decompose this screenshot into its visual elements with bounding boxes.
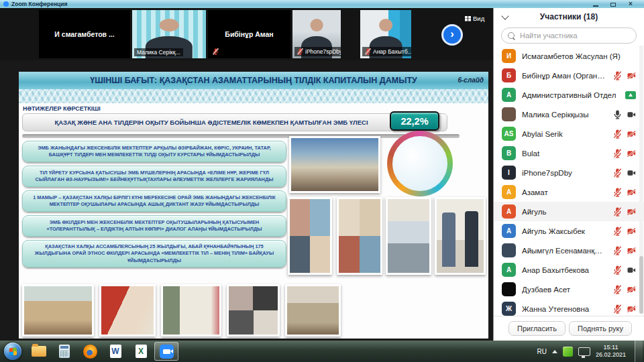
participant-row[interactable]: Б Бибінұр Аман (Организатор) [494,66,644,85]
folder-icon [32,346,46,357]
search-input[interactable] [519,31,630,40]
photo-bottom-2 [99,284,156,337]
participant-name: Айгуль Жаксыбек [522,227,607,235]
participant-name-centered: И смагамбетов ... [39,10,130,58]
next-page-arrow-button[interactable] [441,24,463,46]
participant-status-icons [625,91,636,99]
participant-name: Исмагамбетов Жасулан (Я) [522,52,630,60]
muted-mic-icon [613,227,622,236]
video-tile[interactable]: И смагамбетов ... [39,10,130,58]
video-off-icon [627,207,636,217]
participant-row[interactable]: AS Abylai Serik [494,124,644,143]
tray-app-icon[interactable] [563,347,573,357]
kpi-text: ҚАЗАҚ ЖӘНЕ АНА ТІЛДЕРІН ОҚЫТУ БОЙЫНША ӘД… [54,119,368,126]
participant-row[interactable]: А Айгуль [494,202,644,221]
video-off-icon [627,71,636,80]
muted-mic-icon [613,265,622,275]
avatar [502,107,516,121]
tile-name-label [41,55,46,56]
participant-status-icons [613,207,636,217]
view-button-label: Вид [473,15,484,22]
avatar: B [502,146,516,160]
avatar [502,243,516,257]
participant-row[interactable]: Дузбаев Асет [494,280,644,299]
participant-row[interactable]: А Айгуль Жаксыбек [494,221,644,241]
taskbar-calculator[interactable] [52,342,76,361]
participant-row[interactable]: А Азамат [494,182,644,202]
video-tile[interactable]: Бибінұр Аман [208,10,290,58]
video-tile[interactable]: Малика Серікқ... [132,10,206,58]
participant-status-icons [613,265,636,275]
slide-title-band: ҮШІНШІ БАҒЫТ: ҚАЗАҚСТАН АЗАМАТТАРЫНЫҢ ТІ… [19,72,488,89]
participant-search-box[interactable] [501,27,637,44]
avatar: А [502,224,516,238]
taskbar-excel[interactable] [129,342,153,361]
participant-status-icons [613,71,636,80]
participant-status-icons [613,246,636,255]
participant-status-icons [613,304,636,314]
video-tile[interactable]: Анар Бахытб... [360,10,411,58]
language-indicator[interactable]: RU [537,348,547,355]
taskbar-word[interactable] [103,342,127,361]
windows-taskbar: RU 15:11 26.02.2021 [0,341,644,362]
avatar: А [502,263,516,277]
tray-time: 15:11 [596,344,626,351]
tile-name-label: Анар Бахытб... [362,47,411,56]
taskbar-file-explorer[interactable] [27,342,51,361]
tile-name-label: Малика Серікқ... [134,48,183,56]
participant-row[interactable]: А Анар Бахытбекова [494,260,644,280]
raise-hand-button[interactable]: Поднять руку [569,321,632,336]
participant-name: Жанна Утегеновна [522,305,607,313]
invite-button[interactable]: Пригласить [508,321,566,336]
avatar: И [502,49,516,63]
kpi-value-badge: 22,2% [390,111,439,131]
participant-row[interactable]: Малика Серікқызы [494,105,644,124]
windows-logo-icon [9,347,17,355]
scrollbar-thumb[interactable] [639,256,643,314]
photo-bottom-5 [285,284,341,337]
participant-name: Анар Бахытбекова [522,266,607,274]
taskbar-zoom-active[interactable] [154,342,178,361]
photo-collage-1 [288,197,332,275]
kpi-bar: ҚАЗАҚ ЖӘНЕ АНА ТІЛДЕРІН ОҚЫТУ БОЙЫНША ӘД… [22,113,447,131]
photo-bottom-4 [227,284,280,337]
display-icon[interactable] [578,347,590,356]
participant-row[interactable]: Ж Жанна Утегеновна [494,299,644,316]
video-off-icon [627,188,636,197]
avatar: А [502,88,516,102]
tray-date: 26.02.2021 [596,351,626,359]
photo-bottom-1 [22,284,94,337]
zoom-meeting-window: И смагамбетов ... Малика Серікқ... Бибін… [0,8,644,341]
system-tray: RU 15:11 26.02.2021 [537,341,644,362]
avatar: I [502,166,516,180]
video-on-icon [627,110,636,119]
participant-row[interactable]: I iPhone7spDby [494,163,644,182]
participant-name: Малика Серікқызы [522,111,607,119]
minimize-button[interactable] [592,1,600,7]
slide-title: ҮШІНШІ БАҒЫТ: ҚАЗАҚСТАН АЗАМАТТАРЫНЫҢ ТІ… [90,76,417,85]
muted-mic-icon [213,48,219,56]
participant-row[interactable]: B Bulat [494,143,644,163]
participants-title: Участники (18) [540,12,598,21]
start-button[interactable] [4,343,21,360]
participant-row[interactable]: Айымгүл Есенаманқызы [494,241,644,260]
participant-row[interactable]: А Административный Отдел [494,85,644,105]
view-button[interactable]: Вид [465,15,484,22]
close-button[interactable]: × [627,1,635,7]
video-tile[interactable]: iPhone7spDby [292,10,341,58]
tray-expand-icon[interactable] [552,350,557,353]
ethnic-circle-illustration [387,131,453,196]
participant-name: Айгуль [522,208,607,216]
decorative-pattern-band [19,89,488,103]
maximize-button[interactable] [609,1,617,7]
slide-bullet-list: ЭМБ ЖАНЫНДАҒЫ ЖЕКСЕНБІЛІК МЕКТЕПТЕР АРҚЫ… [22,141,286,267]
photo-collage-2 [337,197,382,275]
chevron-down-icon[interactable] [501,12,508,19]
participants-list: И Исмагамбетов Жасулан (Я) Б Бибінұр Ама… [494,46,644,316]
show-desktop-button[interactable] [635,341,643,362]
slide-bullet-box: ЭМБ ӨКІЛДЕРІ МЕН ЖЕКСЕНБІЛІК МЕКТЕПТЕР О… [22,215,286,237]
clock[interactable]: 15:11 26.02.2021 [596,344,626,359]
mic-on-icon [613,110,622,119]
taskbar-firefox[interactable] [78,342,102,361]
participant-row[interactable]: И Исмагамбетов Жасулан (Я) [494,46,644,66]
